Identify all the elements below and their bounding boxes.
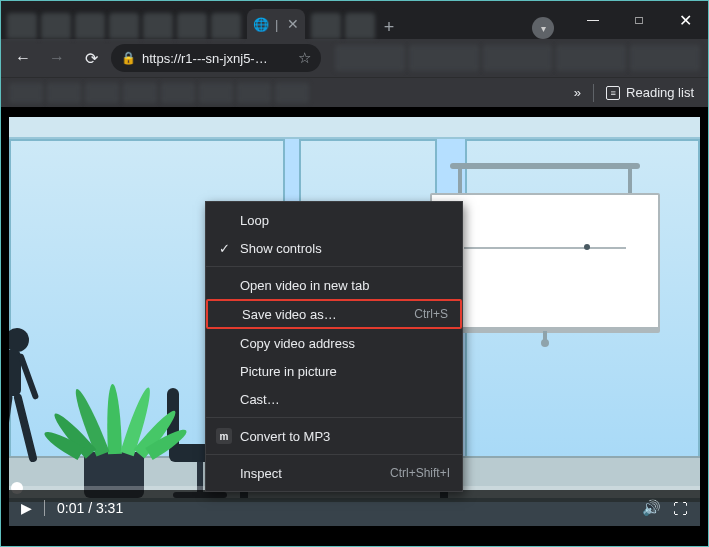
- tab-title-sep: |: [275, 17, 278, 32]
- profile-avatar-button[interactable]: ▾: [532, 17, 554, 39]
- context-menu: Loop ✓ Show controls Open video in new t…: [205, 201, 463, 492]
- extensions-area: [335, 45, 700, 71]
- check-icon: ✓: [215, 239, 233, 257]
- lock-icon: 🔒: [121, 51, 136, 65]
- ctx-label: Copy video address: [240, 336, 355, 351]
- forward-button[interactable]: →: [43, 44, 71, 72]
- ctx-cast[interactable]: Cast…: [206, 385, 462, 413]
- tab-close-icon[interactable]: ✕: [287, 16, 299, 32]
- tab-strip: 🌐 | ✕ + ▾: [1, 1, 568, 39]
- ctx-separator: [206, 417, 462, 418]
- separator: [44, 500, 45, 516]
- ctx-convert-mp3[interactable]: m Convert to MP3: [206, 422, 462, 450]
- ctx-separator: [206, 454, 462, 455]
- active-tab[interactable]: 🌐 | ✕: [247, 9, 305, 39]
- ctx-label: Save video as…: [242, 307, 337, 322]
- toolbar: ← → ⟳ 🔒 https://r1---sn-jxnj5-… ☆: [1, 39, 708, 77]
- ctx-label: Inspect: [240, 466, 282, 481]
- volume-button[interactable]: 🔊: [642, 499, 661, 517]
- bookmarks-overflow-button[interactable]: »: [574, 85, 581, 100]
- video-controls: ▶ 0:01 / 3:31 🔊 ⛶: [9, 490, 700, 526]
- new-tab-button[interactable]: +: [377, 15, 401, 39]
- ctx-shortcut: Ctrl+S: [414, 307, 448, 321]
- ctx-picture-in-picture[interactable]: Picture in picture: [206, 357, 462, 385]
- ctx-label: Convert to MP3: [240, 429, 330, 444]
- ctx-loop[interactable]: Loop: [206, 206, 462, 234]
- check-icon: [215, 211, 233, 229]
- ctx-open-new-tab[interactable]: Open video in new tab: [206, 271, 462, 299]
- convert-icon: m: [215, 427, 233, 445]
- reading-list-label: Reading list: [626, 85, 694, 100]
- play-button[interactable]: ▶: [21, 500, 32, 516]
- ctx-label: Loop: [240, 213, 269, 228]
- minimize-button[interactable]: —: [570, 1, 616, 39]
- ctx-shortcut: Ctrl+Shift+I: [390, 466, 450, 480]
- ctx-label: Cast…: [240, 392, 280, 407]
- person-silhouette: [9, 328, 49, 498]
- ctx-copy-address[interactable]: Copy video address: [206, 329, 462, 357]
- close-window-button[interactable]: ✕: [662, 1, 708, 39]
- maximize-button[interactable]: □: [616, 1, 662, 39]
- ctx-show-controls[interactable]: ✓ Show controls: [206, 234, 462, 262]
- ctx-label: Show controls: [240, 241, 322, 256]
- timecode: 0:01 / 3:31: [57, 500, 123, 516]
- window-titlebar: 🌐 | ✕ + ▾ — □ ✕: [1, 1, 708, 39]
- fullscreen-button[interactable]: ⛶: [673, 500, 688, 517]
- back-button[interactable]: ←: [9, 44, 37, 72]
- bookmarks-items: [9, 83, 562, 103]
- ctx-inspect[interactable]: Inspect Ctrl+Shift+I: [206, 459, 462, 487]
- projector-screen: [430, 167, 660, 347]
- reload-button[interactable]: ⟳: [77, 44, 105, 72]
- bookmark-star-icon[interactable]: ☆: [298, 49, 311, 67]
- reading-list-icon: ≡: [606, 86, 620, 100]
- ctx-separator: [206, 266, 462, 267]
- reading-list-button[interactable]: ≡ Reading list: [600, 85, 700, 100]
- globe-icon: 🌐: [253, 17, 269, 32]
- window-buttons: — □ ✕: [570, 1, 708, 39]
- ctx-label: Picture in picture: [240, 364, 337, 379]
- ctx-label: Open video in new tab: [240, 278, 369, 293]
- url-text: https://r1---sn-jxnj5-…: [142, 51, 268, 66]
- bookmarks-bar: » ≡ Reading list: [1, 77, 708, 107]
- ctx-save-video-as[interactable]: Save video as… Ctrl+S: [206, 299, 462, 329]
- address-bar[interactable]: 🔒 https://r1---sn-jxnj5-… ☆: [111, 44, 321, 72]
- plant: [54, 348, 174, 498]
